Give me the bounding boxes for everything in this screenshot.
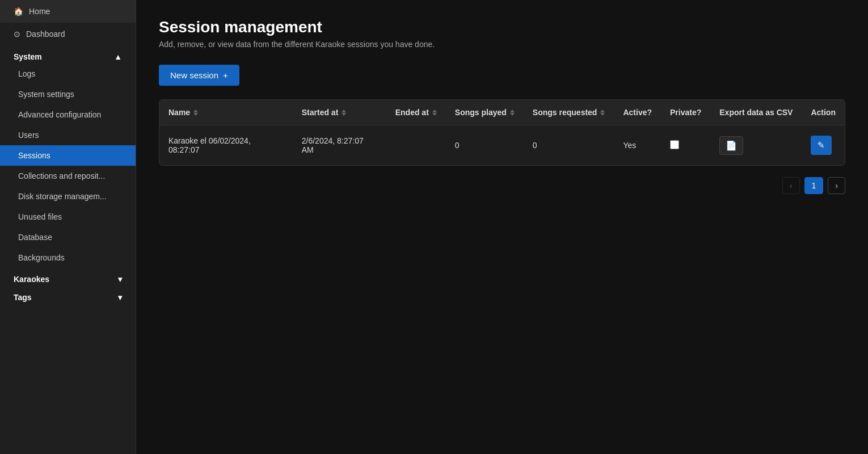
table-row: Karaoke el 06/02/2024, 08:27:07 2/6/2024…	[159, 125, 845, 166]
col-songs-requested: Songs requested	[524, 100, 614, 125]
cell-active-0: Yes	[614, 125, 661, 166]
sessions-table: Name Started at	[159, 100, 845, 165]
edit-session-button-0[interactable]: ✎	[811, 136, 832, 155]
cell-action-0[interactable]: ✎	[802, 125, 845, 166]
cell-export-0[interactable]: 📄	[710, 125, 802, 166]
col-songs-played: Songs played	[446, 100, 524, 125]
sidebar-dashboard-label: Dashboard	[26, 30, 65, 39]
sessions-table-container: Name Started at	[159, 99, 845, 166]
table-header-row: Name Started at	[159, 100, 845, 125]
table-body: Karaoke el 06/02/2024, 08:27:07 2/6/2024…	[159, 125, 845, 166]
plus-icon: +	[223, 70, 228, 80]
new-session-button[interactable]: New session +	[159, 65, 239, 86]
page-title: Session management	[159, 18, 845, 36]
sidebar-section-system[interactable]: System ▲	[0, 45, 136, 64]
page-subtitle: Add, remove, or view data from the diffe…	[159, 40, 845, 49]
col-export-csv: Export data as CSV	[710, 100, 802, 125]
sidebar-item-system-settings[interactable]: System settings	[0, 84, 136, 104]
sidebar-section-karaokes[interactable]: Karaokes ▾	[0, 268, 136, 286]
new-session-label: New session	[170, 70, 218, 80]
home-icon: 🏠	[14, 7, 23, 16]
sidebar-item-home[interactable]: 🏠 Home	[0, 0, 136, 23]
cell-ended-0	[386, 125, 446, 166]
sidebar-item-unused-files[interactable]: Unused files	[0, 207, 136, 227]
prev-page-button[interactable]: ‹	[782, 177, 800, 194]
col-action: Action	[802, 100, 845, 125]
sidebar-item-backgrounds[interactable]: Backgrounds	[0, 247, 136, 268]
chevron-up-icon: ▲	[114, 52, 122, 61]
sort-name-icon[interactable]	[193, 110, 198, 116]
sort-started-icon[interactable]	[342, 110, 346, 116]
chevron-down-icon: ▾	[118, 293, 122, 302]
main-content: Session management Add, remove, or view …	[136, 0, 868, 454]
private-checkbox-0[interactable]	[670, 140, 679, 149]
col-active: Active?	[614, 100, 661, 125]
export-csv-button-0[interactable]: 📄	[719, 136, 743, 155]
sidebar-item-collections[interactable]: Collections and reposit...	[0, 166, 136, 186]
cell-started-0: 2/6/2024, 8:27:07 AM	[293, 125, 386, 166]
chevron-down-icon: ▾	[118, 275, 122, 284]
sidebar-item-disk-storage[interactable]: Disk storage managem...	[0, 186, 136, 207]
dashboard-icon: ⊙	[14, 30, 20, 39]
cell-songs-requested-0: 0	[524, 125, 614, 166]
sidebar-item-database[interactable]: Database	[0, 227, 136, 247]
sidebar-item-dashboard[interactable]: ⊙ Dashboard	[0, 23, 136, 45]
col-name: Name	[159, 100, 293, 125]
sidebar-item-advanced-config[interactable]: Advanced configuration	[0, 104, 136, 125]
sort-requested-icon[interactable]	[600, 110, 605, 116]
next-page-button[interactable]: ›	[828, 177, 845, 194]
sidebar-item-logs[interactable]: Logs	[0, 64, 136, 84]
pagination: ‹ 1 ›	[159, 177, 845, 194]
sort-ended-icon[interactable]	[432, 110, 437, 116]
sidebar-item-sessions[interactable]: Sessions	[0, 145, 136, 166]
sidebar-item-users[interactable]: Users	[0, 125, 136, 145]
page-1-button[interactable]: 1	[804, 177, 824, 194]
sidebar: 🏠 Home ⊙ Dashboard System ▲ LogsSystem s…	[0, 0, 136, 454]
cell-private-0[interactable]	[661, 125, 710, 166]
sort-played-icon[interactable]	[510, 110, 515, 116]
cell-songs-played-0: 0	[446, 125, 524, 166]
col-private: Private?	[661, 100, 710, 125]
sidebar-section-tags[interactable]: Tags ▾	[0, 286, 136, 304]
col-ended-at: Ended at	[386, 100, 446, 125]
col-started-at: Started at	[293, 100, 386, 125]
sidebar-home-label: Home	[29, 7, 50, 16]
cell-name-0: Karaoke el 06/02/2024, 08:27:07	[159, 125, 293, 166]
